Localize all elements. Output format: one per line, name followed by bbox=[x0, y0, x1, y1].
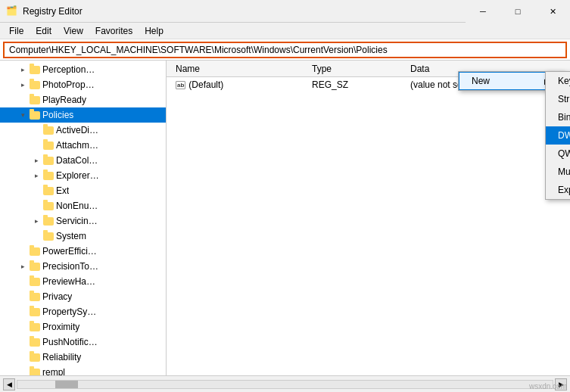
tree-item[interactable]: ▾Policies bbox=[0, 107, 166, 123]
tree-expand-icon bbox=[30, 230, 42, 242]
tree-label: Servicin… bbox=[56, 216, 98, 226]
tree-item[interactable]: ▸PrecisionTo… bbox=[0, 259, 166, 274]
new-label: New bbox=[472, 76, 490, 86]
tree-label: Ext bbox=[56, 185, 69, 196]
tree-item[interactable]: PushNotific… bbox=[0, 334, 166, 350]
folder-icon bbox=[42, 139, 55, 151]
row-type: REG_SZ bbox=[306, 79, 404, 90]
tree-expand-icon bbox=[17, 291, 29, 303]
tree-item[interactable]: rempl bbox=[0, 365, 166, 375]
tree-item[interactable]: ▸Explorer… bbox=[0, 168, 166, 183]
submenu-item-key[interactable]: Key bbox=[546, 72, 570, 90]
tree-item[interactable]: PropertySy… bbox=[0, 304, 166, 319]
tree-label: Reliability bbox=[42, 352, 81, 362]
submenu-item-string-value[interactable]: String Value bbox=[546, 90, 570, 108]
menu-item-view[interactable]: View bbox=[58, 24, 89, 38]
submenu-item-multi-string-value[interactable]: Multi-String Value bbox=[546, 163, 570, 181]
folder-icon bbox=[29, 64, 41, 76]
menu-item-help[interactable]: Help bbox=[139, 24, 170, 38]
tree-item[interactable]: Attachm… bbox=[0, 138, 166, 153]
tree-expand-icon bbox=[17, 94, 29, 106]
tree-expand-icon bbox=[17, 336, 29, 348]
tree-item[interactable]: ActiveDi… bbox=[0, 123, 166, 138]
tree-label: PlayReady bbox=[42, 95, 86, 105]
submenu-item-qword-(64-bit)-value[interactable]: QWORD (64-bit) Value bbox=[546, 145, 570, 163]
tree-expand-icon bbox=[17, 275, 29, 288]
tree-expand-icon bbox=[17, 351, 29, 363]
menu-item-file[interactable]: File bbox=[3, 24, 30, 38]
tree-item[interactable]: PlayReady bbox=[0, 92, 166, 107]
tree-expand-icon[interactable]: ▸ bbox=[17, 64, 29, 76]
tree-item[interactable]: NonEnu… bbox=[0, 198, 166, 213]
watermark: wsxdn.com bbox=[529, 382, 567, 390]
folder-icon bbox=[29, 291, 41, 303]
tree-panel: ▸Perception…▸PhotoProp…PlayReady▾Policie… bbox=[0, 61, 167, 375]
tree-item[interactable]: Privacy bbox=[0, 289, 166, 304]
address-input[interactable] bbox=[3, 42, 567, 58]
tree-item[interactable]: ▸PhotoProp… bbox=[0, 77, 166, 92]
folder-icon bbox=[29, 275, 41, 288]
row-name: ab(Default) bbox=[170, 79, 306, 90]
folder-icon bbox=[42, 215, 55, 227]
folder-icon bbox=[29, 245, 41, 257]
tree-item[interactable]: PreviewHa… bbox=[0, 274, 166, 289]
tree-item[interactable]: ▸Perception… bbox=[0, 62, 166, 77]
tree-expand-icon[interactable]: ▸ bbox=[30, 215, 42, 227]
menu-item-favorites[interactable]: Favorites bbox=[89, 24, 139, 38]
scroll-thumb bbox=[55, 381, 78, 388]
tree-expand-icon[interactable]: ▸ bbox=[17, 260, 29, 272]
folder-icon bbox=[29, 109, 41, 121]
tree-item[interactable]: Reliability bbox=[0, 350, 166, 365]
close-button[interactable]: ✕ bbox=[535, 0, 570, 23]
window-controls: ─ □ ✕ bbox=[466, 0, 570, 23]
menu-item-edit[interactable]: Edit bbox=[30, 24, 58, 38]
tree-expand-icon bbox=[17, 306, 29, 318]
scroll-left[interactable]: ◀ bbox=[3, 378, 15, 390]
tree-expand-icon bbox=[30, 139, 42, 151]
tree-item[interactable]: Proximity bbox=[0, 319, 166, 334]
tree-expand-icon bbox=[30, 124, 42, 136]
submenu-item-binary-value[interactable]: Binary Value bbox=[546, 108, 570, 126]
tree-item[interactable]: ▸Servicin… bbox=[0, 213, 166, 229]
tree-expand-icon[interactable]: ▸ bbox=[17, 79, 29, 91]
folder-icon bbox=[42, 154, 55, 166]
folder-icon bbox=[29, 79, 41, 91]
main-area: ▸Perception…▸PhotoProp…PlayReady▾Policie… bbox=[0, 61, 570, 375]
new-submenu: KeyString ValueBinary ValueDWORD (32-bit… bbox=[545, 71, 570, 200]
scroll-track[interactable] bbox=[17, 380, 553, 389]
tree-label: rempl bbox=[42, 367, 65, 375]
folder-icon bbox=[42, 185, 55, 197]
folder-icon bbox=[29, 260, 41, 272]
submenu-item-expandable-string-value[interactable]: Expandable String Value bbox=[546, 181, 570, 199]
tree-label: PrecisionTo… bbox=[42, 261, 98, 272]
reg-icon: ab bbox=[176, 81, 185, 89]
tree-item[interactable]: ▸DataCol… bbox=[0, 153, 166, 168]
folder-icon bbox=[29, 321, 41, 333]
tree-label: Proximity bbox=[42, 322, 79, 332]
folder-icon bbox=[29, 351, 41, 363]
tree-label: DataCol… bbox=[56, 155, 98, 166]
tree-expand-icon bbox=[17, 366, 29, 375]
address-bar bbox=[0, 39, 570, 61]
folder-icon bbox=[29, 306, 41, 318]
col-header-type: Type bbox=[306, 64, 404, 74]
tree-expand-icon[interactable]: ▸ bbox=[30, 170, 42, 182]
tree-expand-icon bbox=[17, 245, 29, 257]
maximize-button[interactable]: □ bbox=[500, 0, 535, 23]
tree-label: Policies bbox=[42, 110, 73, 120]
tree-item[interactable]: PowerEffici… bbox=[0, 244, 166, 259]
tree-expand-icon[interactable]: ▾ bbox=[17, 109, 29, 121]
submenu-item-dword-(32-bit)-value[interactable]: DWORD (32-bit) Value bbox=[546, 126, 570, 145]
folder-icon bbox=[42, 200, 55, 212]
app-icon: 🗂️ bbox=[6, 5, 18, 17]
tree-item[interactable]: Ext bbox=[0, 183, 166, 198]
tree-expand-icon bbox=[17, 321, 29, 333]
name-label: (Default) bbox=[188, 79, 223, 90]
tree-item[interactable]: System bbox=[0, 229, 166, 244]
folder-icon bbox=[42, 170, 55, 182]
minimize-button[interactable]: ─ bbox=[466, 0, 500, 23]
tree-label: PhotoProp… bbox=[42, 79, 95, 90]
tree-label: PropertySy… bbox=[42, 306, 96, 317]
tree-expand-icon[interactable]: ▸ bbox=[30, 154, 42, 166]
folder-icon bbox=[29, 94, 41, 106]
